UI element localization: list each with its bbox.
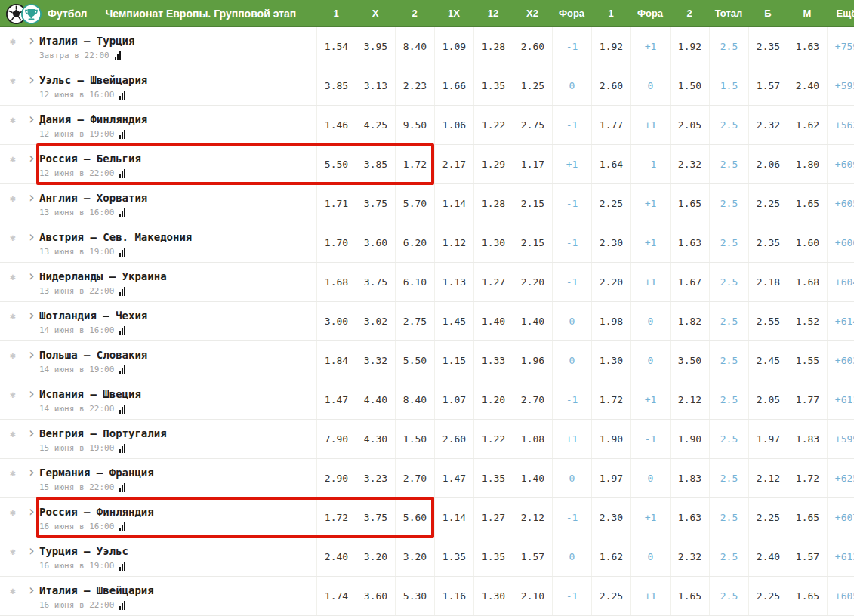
odds-cell[interactable]: 2.17 (434, 145, 473, 183)
asterisk-favorite-icon[interactable]: ✱ (10, 467, 27, 479)
odds-cell[interactable]: -1 (552, 498, 591, 537)
odds-cell[interactable]: 8.40 (395, 380, 434, 419)
odds-cell[interactable]: 2.20 (591, 263, 630, 301)
chevron-right-icon[interactable]: › (27, 231, 39, 242)
odds-cell[interactable]: 1.82 (670, 302, 709, 340)
odds-cell[interactable]: 2.70 (513, 380, 552, 419)
odds-cell[interactable]: 2.60 (434, 420, 473, 458)
odds-cell[interactable]: 0 (552, 66, 591, 105)
match-name[interactable]: Россия — Бельгия (39, 152, 141, 165)
bar-chart-icon[interactable] (119, 91, 126, 100)
asterisk-favorite-icon[interactable]: ✱ (10, 427, 27, 440)
odds-cell[interactable]: 1.35 (473, 537, 513, 576)
odds-cell[interactable]: 1.80 (788, 145, 827, 183)
odds-cell[interactable]: 1.63 (670, 498, 709, 537)
odds-cell[interactable]: 1.5 (709, 66, 748, 105)
match-name[interactable]: Германия — Франция (39, 467, 154, 479)
odds-cell[interactable]: 1.28 (473, 184, 513, 223)
odds-cell[interactable]: 2.5 (709, 184, 748, 223)
bar-chart-icon[interactable] (115, 51, 122, 60)
odds-cell[interactable]: 2.75 (395, 302, 434, 340)
bar-chart-icon[interactable] (119, 208, 126, 217)
odds-cell[interactable]: 5.30 (395, 577, 434, 615)
odds-cell[interactable]: -1 (552, 106, 591, 144)
odds-cell[interactable]: +1 (630, 184, 670, 223)
bar-chart-icon[interactable] (119, 248, 126, 257)
odds-cell[interactable]: 1.67 (670, 263, 709, 301)
odds-cell[interactable]: 1.22 (473, 420, 513, 458)
odds-cell[interactable]: 0 (552, 459, 591, 497)
odds-cell[interactable]: 1.40 (473, 302, 513, 340)
odds-cell[interactable]: 1.57 (748, 66, 788, 105)
odds-cell[interactable]: 1.63 (788, 27, 827, 66)
asterisk-favorite-icon[interactable]: ✱ (10, 270, 27, 283)
sport-label[interactable]: Футбол (48, 8, 88, 20)
chevron-right-icon[interactable]: › (27, 467, 39, 478)
odds-cell[interactable]: 1.92 (591, 27, 630, 66)
odds-cell[interactable]: +614 (827, 302, 854, 340)
odds-cell[interactable]: 1.27 (473, 263, 513, 301)
odds-cell[interactable]: 1.70 (316, 223, 356, 262)
odds-cell[interactable]: 2.40 (316, 537, 356, 576)
odds-cell[interactable]: 3.23 (356, 459, 395, 497)
odds-cell[interactable]: 1.46 (316, 106, 356, 144)
odds-cell[interactable]: -1 (552, 263, 591, 301)
bar-chart-icon[interactable] (119, 522, 126, 531)
asterisk-favorite-icon[interactable]: ✱ (10, 584, 27, 597)
odds-cell[interactable]: 4.25 (356, 106, 395, 144)
odds-cell[interactable]: 5.50 (316, 145, 356, 183)
odds-cell[interactable]: 1.40 (513, 459, 552, 497)
odds-cell[interactable]: 1.63 (670, 223, 709, 262)
odds-cell[interactable]: 5.50 (395, 341, 434, 380)
odds-cell[interactable]: -1 (552, 577, 591, 615)
odds-cell[interactable]: 7.90 (316, 420, 356, 458)
odds-cell[interactable]: 1.47 (316, 380, 356, 419)
odds-cell[interactable]: +1 (630, 263, 670, 301)
odds-cell[interactable]: 3.75 (356, 498, 395, 537)
match-name[interactable]: Россия — Финляндия (39, 506, 154, 519)
odds-cell[interactable]: 2.5 (709, 537, 748, 576)
odds-cell[interactable]: 1.45 (434, 302, 473, 340)
odds-cell[interactable]: 3.20 (395, 537, 434, 576)
odds-cell[interactable]: +1 (630, 577, 670, 615)
chevron-right-icon[interactable]: › (27, 349, 39, 360)
odds-cell[interactable]: +1 (630, 498, 670, 537)
match-name[interactable]: Уэльс — Швейцария (39, 74, 147, 87)
odds-cell[interactable]: +611 (827, 380, 854, 419)
odds-cell[interactable]: +1 (630, 106, 670, 144)
odds-cell[interactable]: +1 (552, 420, 591, 458)
match-name[interactable]: Испания — Швеция (39, 388, 141, 401)
odds-cell[interactable]: 2.5 (709, 498, 748, 537)
odds-cell[interactable]: +759 (827, 27, 854, 66)
odds-cell[interactable]: 2.05 (670, 106, 709, 144)
bar-chart-icon[interactable] (119, 365, 126, 374)
odds-cell[interactable]: 1.29 (473, 145, 513, 183)
odds-cell[interactable]: 1.27 (473, 498, 513, 537)
odds-cell[interactable]: 1.92 (670, 27, 709, 66)
odds-cell[interactable]: 1.47 (434, 459, 473, 497)
odds-cell[interactable]: 1.35 (473, 459, 513, 497)
odds-cell[interactable]: 2.75 (513, 106, 552, 144)
odds-cell[interactable]: 1.13 (434, 263, 473, 301)
odds-cell[interactable]: 3.00 (316, 302, 356, 340)
odds-cell[interactable]: 0 (630, 537, 670, 576)
odds-cell[interactable]: 3.75 (356, 184, 395, 223)
odds-cell[interactable]: 2.12 (670, 380, 709, 419)
odds-cell[interactable]: 2.5 (709, 577, 748, 615)
odds-cell[interactable]: 1.16 (434, 577, 473, 615)
odds-cell[interactable]: 2.60 (591, 66, 630, 105)
asterisk-favorite-icon[interactable]: ✱ (10, 231, 27, 244)
odds-cell[interactable]: +595 (827, 66, 854, 105)
odds-cell[interactable]: 1.96 (513, 341, 552, 380)
odds-cell[interactable]: 2.25 (748, 577, 788, 615)
odds-cell[interactable]: -1 (552, 380, 591, 419)
odds-cell[interactable]: +613 (827, 537, 854, 576)
odds-cell[interactable]: 1.68 (316, 263, 356, 301)
odds-cell[interactable]: 2.25 (591, 184, 630, 223)
chevron-right-icon[interactable]: › (27, 427, 39, 439)
chevron-right-icon[interactable]: › (27, 584, 39, 596)
odds-cell[interactable]: 2.5 (709, 263, 748, 301)
bar-chart-icon[interactable] (119, 562, 126, 571)
odds-cell[interactable]: 2.40 (788, 66, 827, 105)
odds-cell[interactable]: 2.32 (670, 145, 709, 183)
